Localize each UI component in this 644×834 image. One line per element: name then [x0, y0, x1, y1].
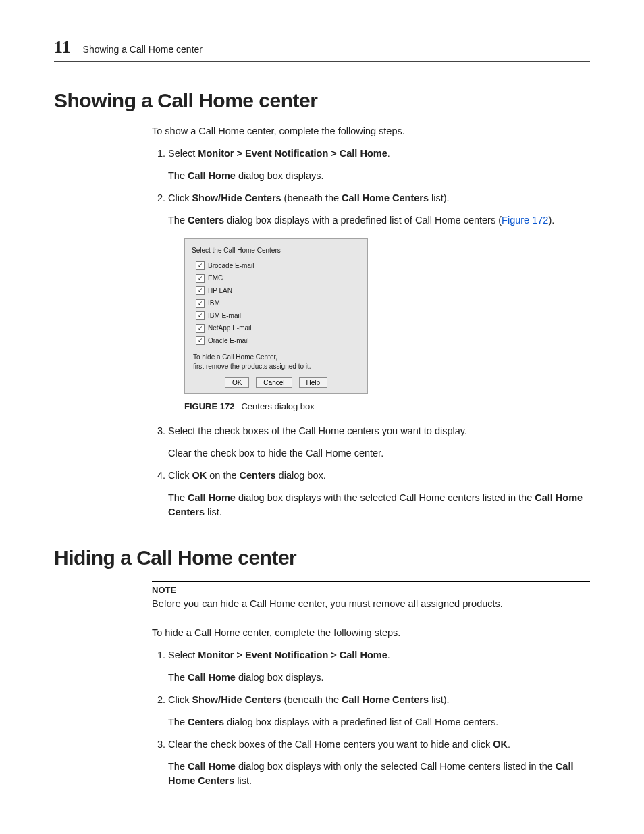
intro-b: To hide a Call Home center, complete the…: [152, 626, 590, 640]
text: list.: [205, 506, 222, 517]
checkbox-icon: ✓: [196, 336, 205, 345]
figure-text: Centers dialog box: [241, 401, 314, 411]
term: Call Home: [188, 761, 236, 772]
text: first remove the products assigned to it…: [193, 363, 311, 370]
section-showing-body: To show a Call Home center, complete the…: [152, 124, 590, 519]
text: .: [387, 148, 390, 159]
dialog-button-row: OK Cancel Help: [192, 377, 360, 388]
text: dialog box displays with a predefined li…: [224, 716, 498, 727]
ok-button[interactable]: OK: [225, 377, 249, 388]
dialog-helper-text: To hide a Call Home Center, first remove…: [192, 347, 360, 377]
text: ).: [548, 215, 554, 226]
term: Call Home Centers: [342, 192, 429, 203]
checkbox-label: EMC: [208, 273, 223, 284]
term: Centers: [188, 215, 224, 226]
text: on the: [207, 470, 239, 481]
heading-showing: Showing a Call Home center: [54, 89, 590, 112]
text: dialog box.: [276, 470, 326, 481]
header-rule: [54, 61, 590, 62]
text: The: [168, 761, 188, 772]
checkbox-icon: ✓: [196, 274, 205, 283]
text: dialog box displays with a predefined li…: [224, 215, 502, 226]
text: list).: [429, 694, 450, 705]
step-a2: Click Show/Hide Centers (beneath the Cal…: [168, 191, 590, 413]
note-title: NOTE: [152, 584, 590, 597]
checkbox-row[interactable]: ✓EMC: [192, 272, 360, 285]
checkbox-row[interactable]: ✓IBM E-mail: [192, 310, 360, 323]
term: Centers: [188, 716, 224, 727]
checkbox-row[interactable]: ✓NetApp E-mail: [192, 322, 360, 335]
intro-a: To show a Call Home center, complete the…: [152, 124, 590, 138]
checkbox-icon: ✓: [196, 324, 205, 333]
figure-ref-link[interactable]: Figure 172: [502, 215, 548, 226]
checkbox-label: HP LAN: [208, 286, 232, 296]
help-button[interactable]: Help: [299, 377, 328, 388]
text: Select: [168, 148, 198, 159]
checkbox-icon: ✓: [196, 311, 205, 320]
checkbox-label: NetApp E-mail: [208, 323, 251, 334]
term: Call Home: [188, 672, 236, 683]
text: Click: [168, 694, 192, 705]
checkbox-icon: ✓: [196, 286, 205, 295]
text: list.: [234, 775, 252, 786]
step-b3: Clear the check boxes of the Call Home c…: [168, 737, 590, 788]
checkbox-row[interactable]: ✓Brocade E-mail: [192, 260, 360, 273]
step-b1: Select Monitor > Event Notification > Ca…: [168, 648, 590, 685]
text: The: [168, 672, 188, 683]
section-hiding-body: NOTE Before you can hide a Call Home cen…: [152, 581, 590, 788]
step-a1: Select Monitor > Event Notification > Ca…: [168, 147, 590, 183]
text: The: [168, 215, 188, 226]
term: Call Home Centers: [342, 694, 429, 705]
figure-caption: FIGURE 172Centers dialog box: [184, 400, 590, 413]
text: The: [168, 492, 188, 503]
text: Select the check boxes of the Call Home …: [168, 424, 590, 438]
text: To hide a Call Home Center,: [193, 353, 277, 361]
cancel-button[interactable]: Cancel: [256, 377, 292, 388]
text: The: [168, 716, 188, 727]
page: 11 Showing a Call Home center Showing a …: [0, 0, 644, 834]
text: Clear the check box to hide the Call Hom…: [168, 446, 590, 461]
text: (beneath the: [281, 192, 342, 203]
centers-dialog: Select the Call Home Centers ✓Brocade E-…: [184, 238, 368, 394]
term: Call Home: [188, 170, 236, 181]
checkbox-label: IBM E-mail: [208, 311, 241, 321]
text: Clear the check boxes of the Call Home c…: [168, 739, 493, 750]
text: dialog box displays.: [236, 170, 324, 181]
checkbox-icon: ✓: [196, 299, 205, 308]
step-a4: Click OK on the Centers dialog box. The …: [168, 469, 590, 519]
text: dialog box displays.: [236, 672, 324, 683]
text: The: [168, 170, 188, 181]
text: dialog box displays with only the select…: [236, 761, 556, 772]
dialog-title: Select the Call Home Centers: [192, 246, 360, 256]
steps-a: Select Monitor > Event Notification > Ca…: [152, 147, 590, 519]
text: Click: [168, 470, 192, 481]
step-a3: Select the check boxes of the Call Home …: [168, 424, 590, 461]
term: Show/Hide Centers: [192, 694, 281, 705]
checkbox-label: Oracle E-mail: [208, 336, 249, 346]
text: Click: [168, 192, 192, 203]
steps-b: Select Monitor > Event Notification > Ca…: [152, 648, 590, 788]
text: list).: [429, 192, 450, 203]
text: (beneath the: [281, 694, 342, 705]
figure-label: FIGURE 172: [184, 401, 234, 411]
checkbox-list: ✓Brocade E-mail ✓EMC ✓HP LAN ✓IBM ✓IBM E…: [192, 260, 360, 348]
note-text: Before you can hide a Call Home center, …: [152, 597, 590, 611]
checkbox-row[interactable]: ✓Oracle E-mail: [192, 335, 360, 348]
term: Show/Hide Centers: [192, 192, 281, 203]
note-block: NOTE Before you can hide a Call Home cen…: [152, 581, 590, 615]
text: Select: [168, 650, 198, 660]
text: .: [387, 650, 390, 660]
chapter-title: Showing a Call Home center: [83, 44, 203, 55]
checkbox-row[interactable]: ✓IBM: [192, 297, 360, 310]
checkbox-label: Brocade E-mail: [208, 261, 254, 271]
menu-path: Monitor > Event Notification > Call Home: [198, 148, 387, 159]
term: OK: [192, 470, 207, 481]
menu-path: Monitor > Event Notification > Call Home: [198, 650, 387, 660]
text: dialog box displays with the selected Ca…: [236, 492, 535, 503]
step-b2: Click Show/Hide Centers (beneath the Cal…: [168, 693, 590, 729]
checkbox-row[interactable]: ✓HP LAN: [192, 285, 360, 298]
text: .: [508, 739, 510, 750]
term: OK: [493, 739, 508, 750]
running-header: 11 Showing a Call Home center: [54, 37, 590, 57]
term: Call Home: [188, 492, 236, 503]
